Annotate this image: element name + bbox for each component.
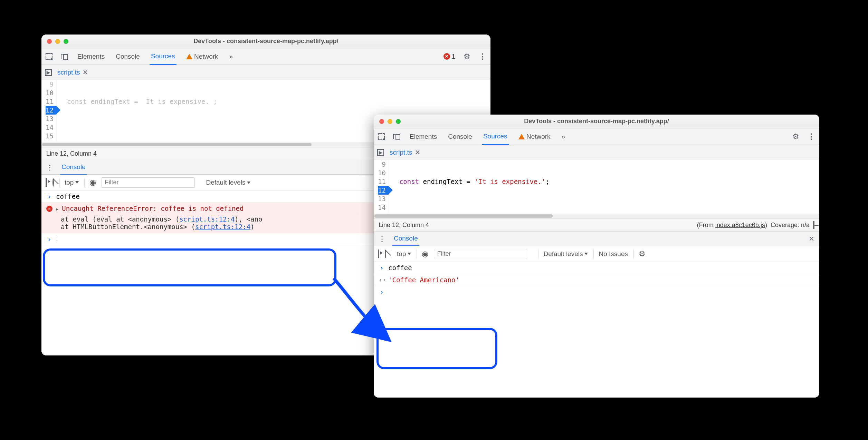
navigator-toggle-icon[interactable]: ▸ [377, 149, 384, 156]
cursor-position: Line 12, Column 4 [379, 222, 429, 229]
drawer-menu-icon[interactable]: ⋮ [46, 163, 53, 172]
tabs-overflow-button[interactable]: » [560, 128, 567, 145]
chevron-down-icon [247, 182, 250, 184]
console-output[interactable]: › coffee ‹· 'Coffee Americano' › [374, 262, 819, 398]
titlebar: DevTools - consistent-source-map-pc.netl… [374, 115, 819, 128]
minimize-window-button[interactable] [55, 39, 60, 44]
stack-link[interactable]: script.ts:12:4 [179, 215, 235, 223]
close-window-button[interactable] [47, 39, 52, 44]
code-editor[interactable]: 9 10 11 12 13 14 const endingText = 'It … [374, 160, 819, 214]
tab-sources[interactable]: Sources [150, 49, 177, 65]
tab-console[interactable]: Console [447, 128, 474, 145]
minimize-window-button[interactable] [388, 119, 392, 124]
settings-gear-icon[interactable]: ⚙ [792, 132, 799, 141]
tab-network[interactable]: Network [185, 48, 220, 65]
file-tab-label: script.ts [390, 149, 412, 156]
window-title: DevTools - consistent-source-map-pc.netl… [193, 38, 338, 45]
sidebar-toggle-icon[interactable] [46, 179, 47, 186]
warning-icon [518, 134, 525, 139]
file-tab-strip: ▸ script.ts ✕ [374, 145, 819, 160]
tab-sources[interactable]: Sources [482, 129, 509, 145]
prompt-icon: › [379, 264, 385, 272]
settings-gear-icon[interactable]: ⚙ [464, 52, 470, 61]
horizontal-scrollbar[interactable] [374, 214, 819, 218]
console-filter-input[interactable] [102, 177, 195, 188]
drawer-tab-console[interactable]: Console [392, 232, 419, 246]
close-tab-icon[interactable]: ✕ [83, 68, 88, 76]
tab-console[interactable]: Console [114, 48, 141, 65]
console-toolbar: top ◉ Default levels No Issues ⚙ [374, 246, 819, 262]
live-expression-icon[interactable]: ◉ [84, 178, 96, 187]
tab-elements[interactable]: Elements [408, 128, 438, 145]
window-title: DevTools - consistent-source-map-pc.netl… [524, 118, 669, 125]
traffic-lights [47, 39, 68, 44]
live-expression-icon[interactable]: ◉ [417, 250, 428, 258]
tab-network[interactable]: Network [517, 128, 552, 145]
drawer-tab-console[interactable]: Console [60, 160, 87, 175]
chevron-down-icon [584, 253, 588, 255]
clear-console-icon[interactable] [385, 250, 386, 258]
stack-link[interactable]: script.ts:12:4 [195, 223, 250, 231]
navigator-toggle-icon[interactable]: ▸ [45, 69, 52, 76]
main-toolbar: Elements Console Sources Network » ✕1 ⚙ … [41, 48, 490, 65]
warning-icon [186, 54, 192, 59]
traffic-lights [379, 119, 401, 124]
console-output-row: ‹· 'Coffee Americano' [374, 274, 819, 286]
zoom-window-button[interactable] [64, 39, 68, 44]
console-input-row: › coffee [374, 262, 819, 274]
drawer-header: ⋮ Console ✕ [374, 232, 819, 246]
file-tab-label: script.ts [57, 69, 80, 76]
device-toolbar-icon[interactable] [61, 54, 68, 59]
inspect-icon[interactable] [378, 133, 385, 140]
zoom-window-button[interactable] [396, 119, 401, 124]
editor-status-bar: Line 12, Column 4 (From index.a8c1ec6b.j… [374, 218, 819, 232]
drawer-menu-icon[interactable]: ⋮ [379, 235, 385, 243]
tab-elements[interactable]: Elements [76, 48, 106, 65]
file-tab-strip: ▸ script.ts ✕ [41, 65, 490, 80]
context-selector[interactable]: top [59, 178, 79, 187]
log-levels-selector[interactable]: Default levels [538, 250, 588, 258]
more-menu-icon[interactable]: ⋮ [479, 52, 486, 61]
coverage-icon[interactable] [813, 222, 814, 229]
prompt-icon: › [46, 193, 53, 200]
console-prompt-row[interactable]: › [374, 286, 819, 298]
close-drawer-icon[interactable]: ✕ [809, 235, 814, 243]
console-settings-icon[interactable]: ⚙ [633, 250, 646, 258]
error-icon: ✕ [443, 53, 450, 60]
console-filter-input[interactable] [434, 249, 527, 259]
line-gutter: 9 10 11 12 13 14 [374, 160, 389, 214]
output-icon: ‹· [379, 276, 385, 284]
coverage-status: Coverage: n/a [771, 222, 810, 229]
prompt-icon: › [379, 288, 385, 296]
code-lines: const endingText = 'It is expensive.'; c… [389, 160, 819, 214]
tabs-overflow-button[interactable]: » [228, 48, 235, 65]
file-tab-script-ts[interactable]: script.ts ✕ [57, 68, 88, 76]
titlebar: DevTools - consistent-source-map-pc.netl… [41, 35, 490, 48]
cursor-position: Line 12, Column 4 [46, 150, 97, 157]
sidebar-toggle-icon[interactable] [378, 250, 379, 258]
error-icon: ✕ [46, 206, 53, 212]
close-window-button[interactable] [379, 119, 384, 124]
log-levels-selector[interactable]: Default levels [206, 179, 250, 186]
more-menu-icon[interactable]: ⋮ [808, 132, 815, 141]
chevron-down-icon [408, 253, 411, 255]
context-selector[interactable]: top [392, 250, 411, 258]
clear-console-icon[interactable] [53, 179, 54, 186]
issues-button[interactable]: No Issues [593, 250, 628, 258]
expand-icon[interactable]: ▶ [56, 207, 58, 212]
device-toolbar-icon[interactable] [393, 134, 400, 139]
devtools-window-2: DevTools - consistent-source-map-pc.netl… [374, 115, 819, 398]
line-gutter: 9 10 11 12 13 14 15 [41, 80, 57, 142]
breakpoint-marker[interactable]: 12 [46, 106, 56, 115]
chevron-down-icon [75, 181, 79, 184]
file-tab-script-ts[interactable]: script.ts ✕ [390, 148, 420, 156]
breakpoint-marker[interactable]: 12 [378, 186, 389, 195]
sourcemap-source: (From index.a8c1ec6b.js) [697, 222, 767, 229]
close-tab-icon[interactable]: ✕ [415, 148, 420, 156]
console-output-text: 'Coffee Americano' [388, 276, 814, 284]
inspect-icon[interactable] [46, 53, 53, 60]
error-count-badge[interactable]: ✕1 [443, 53, 455, 60]
console-input-text: coffee [388, 264, 814, 272]
sourcemap-link[interactable]: index.a8c1ec6b.js [715, 222, 765, 228]
prompt-icon: › [46, 235, 53, 243]
